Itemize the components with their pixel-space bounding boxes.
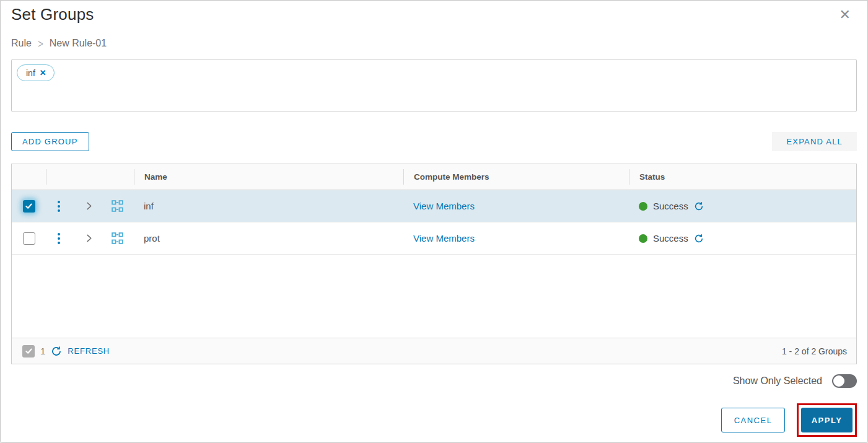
table-row: prot View Members Success: [12, 222, 856, 255]
header-compute-members: Compute Members: [403, 169, 629, 185]
page-title: Set Groups: [11, 5, 94, 24]
grid-toolbar: ADD GROUP EXPAND ALL: [11, 132, 857, 151]
dialog-actions: CANCEL APPLY: [11, 403, 857, 437]
status-refresh-icon[interactable]: [694, 234, 704, 243]
table-footer: 1 REFRESH 1 - 2 of 2 Groups: [12, 338, 856, 364]
row-menu-icon[interactable]: [58, 201, 60, 212]
selected-groups-input[interactable]: inf ✕: [11, 59, 857, 112]
view-members-link[interactable]: View Members: [413, 233, 475, 243]
status-label: Success: [653, 233, 688, 243]
table-header: Name Compute Members Status: [12, 164, 856, 190]
refresh-button[interactable]: REFRESH: [68, 346, 110, 356]
add-group-button[interactable]: ADD GROUP: [11, 132, 89, 151]
row-expand-chevron-icon[interactable]: [84, 201, 94, 211]
selected-count: 1: [40, 346, 45, 356]
success-status-dot: [639, 202, 647, 211]
refresh-icon[interactable]: [51, 346, 62, 357]
table-row: inf View Members Success: [12, 190, 856, 222]
row-menu-icon[interactable]: [58, 233, 60, 244]
show-only-selected-row: Show Only Selected: [11, 374, 857, 388]
pagination-range: 1 - 2 of 2 Groups: [782, 346, 847, 356]
row-checkbox-checked[interactable]: [23, 200, 35, 213]
chip-remove-icon[interactable]: ✕: [40, 68, 46, 77]
group-chip-label: inf: [26, 68, 35, 78]
check-icon: [25, 202, 33, 210]
apply-highlight-annotation: APPLY: [797, 403, 857, 437]
row-expand-chevron-icon[interactable]: [84, 234, 94, 243]
success-status-dot: [639, 234, 647, 243]
close-icon[interactable]: ✕: [840, 8, 851, 22]
status-label: Success: [653, 201, 688, 211]
view-members-link[interactable]: View Members: [413, 201, 475, 211]
apply-button[interactable]: APPLY: [801, 408, 853, 432]
set-groups-dialog: Set Groups ✕ Rule > New Rule-01 inf ✕ AD…: [0, 0, 868, 443]
breadcrumb-current: New Rule-01: [50, 38, 107, 49]
toggle-knob: [833, 375, 844, 387]
group-name: inf: [144, 201, 154, 211]
status-refresh-icon[interactable]: [694, 201, 704, 211]
footer-selected-checkbox[interactable]: [22, 345, 35, 357]
header-controls-column: [46, 169, 134, 185]
row-checkbox-unchecked[interactable]: [23, 232, 35, 245]
breadcrumb-separator-icon: >: [38, 37, 43, 50]
groups-table: Name Compute Members Status: [11, 164, 857, 364]
show-only-selected-toggle[interactable]: [832, 374, 857, 388]
header-status: Status: [629, 169, 856, 185]
cancel-button[interactable]: CANCEL: [721, 408, 785, 432]
breadcrumb: Rule > New Rule-01: [11, 37, 857, 50]
group-name: prot: [144, 233, 160, 243]
breadcrumb-rule: Rule: [11, 38, 32, 49]
table-empty-space: [12, 255, 856, 338]
group-icon: [112, 200, 123, 212]
header-name: Name: [134, 169, 403, 185]
header-select-column: [12, 164, 46, 190]
group-chip: inf ✕: [17, 64, 55, 81]
expand-all-button[interactable]: EXPAND ALL: [772, 132, 857, 151]
check-icon: [25, 347, 33, 355]
dialog-header: Set Groups ✕: [11, 5, 857, 30]
show-only-selected-label: Show Only Selected: [733, 375, 822, 387]
group-icon: [112, 232, 123, 244]
